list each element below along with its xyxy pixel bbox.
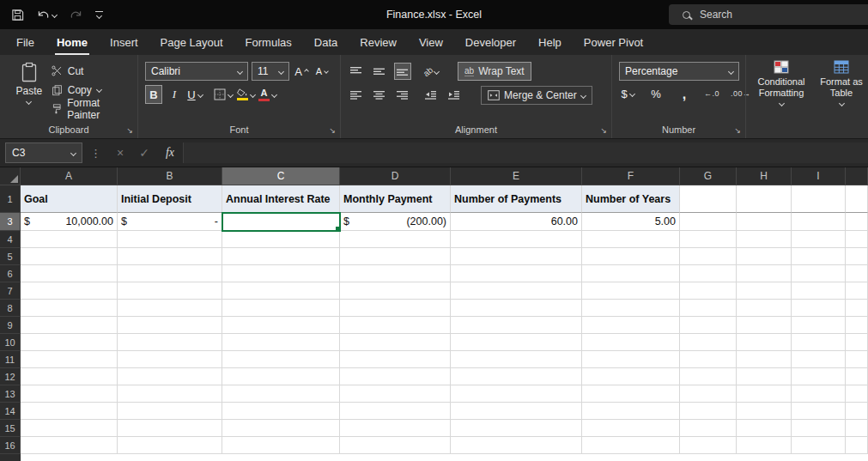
cell[interactable] bbox=[118, 248, 222, 265]
cell[interactable] bbox=[21, 437, 118, 454]
cell[interactable] bbox=[451, 317, 582, 334]
cell-j1[interactable] bbox=[846, 185, 868, 213]
cell-f3[interactable]: 5.00 bbox=[582, 213, 680, 231]
cell-a3[interactable]: $ 10,000.00 bbox=[21, 213, 118, 231]
cell[interactable] bbox=[680, 248, 737, 265]
cell[interactable] bbox=[118, 368, 222, 385]
undo-dropdown-icon[interactable] bbox=[52, 11, 58, 17]
cell[interactable] bbox=[340, 368, 451, 385]
cell[interactable] bbox=[737, 231, 792, 248]
row-header-14[interactable]: 14 bbox=[0, 403, 21, 420]
cell[interactable] bbox=[340, 351, 451, 368]
cell[interactable] bbox=[340, 334, 451, 351]
select-all-button[interactable] bbox=[0, 167, 21, 185]
cell[interactable] bbox=[846, 420, 868, 437]
cell[interactable] bbox=[21, 403, 118, 420]
cell[interactable] bbox=[118, 351, 222, 368]
row-header-13[interactable]: 13 bbox=[0, 385, 21, 403]
cell[interactable] bbox=[582, 265, 680, 282]
name-box-dropdown-icon[interactable] bbox=[70, 149, 76, 155]
cell[interactable] bbox=[21, 385, 118, 403]
redo-button[interactable] bbox=[70, 9, 82, 21]
save-button[interactable] bbox=[11, 9, 24, 21]
middle-align-button[interactable] bbox=[371, 63, 388, 80]
cell-a1[interactable]: Goal bbox=[21, 185, 118, 213]
cell[interactable] bbox=[582, 437, 680, 454]
cell-c3-selected[interactable] bbox=[222, 213, 340, 231]
column-header-e[interactable]: E bbox=[451, 167, 582, 185]
cell[interactable] bbox=[340, 300, 451, 317]
font-name-select[interactable]: Calibri bbox=[145, 62, 248, 81]
cell[interactable] bbox=[737, 351, 792, 368]
tab-page-layout[interactable]: Page Layout bbox=[149, 29, 234, 55]
cell[interactable] bbox=[222, 351, 340, 368]
cell[interactable] bbox=[340, 265, 451, 282]
cell[interactable] bbox=[222, 420, 340, 437]
cell[interactable] bbox=[792, 265, 846, 282]
cell[interactable] bbox=[21, 300, 118, 317]
cell[interactable] bbox=[792, 437, 846, 454]
tab-review[interactable]: Review bbox=[349, 29, 408, 55]
cell[interactable] bbox=[21, 334, 118, 351]
cell-i3[interactable] bbox=[792, 213, 846, 231]
column-header-partial[interactable] bbox=[846, 167, 868, 185]
cell[interactable] bbox=[582, 420, 680, 437]
cell[interactable] bbox=[680, 403, 737, 420]
accounting-dropdown-icon[interactable] bbox=[629, 90, 635, 96]
row-header-10[interactable]: 10 bbox=[0, 334, 21, 351]
cell[interactable] bbox=[118, 300, 222, 317]
cell[interactable] bbox=[846, 300, 868, 317]
percent-style-button[interactable]: % bbox=[647, 86, 665, 101]
align-center-button[interactable] bbox=[371, 87, 388, 104]
cell[interactable] bbox=[582, 334, 680, 351]
cell-f1[interactable]: Number of Years bbox=[582, 185, 680, 213]
cell[interactable] bbox=[222, 300, 340, 317]
bold-button[interactable]: B bbox=[145, 85, 162, 104]
cell-d3[interactable]: $ (200.00) bbox=[340, 213, 451, 231]
cell[interactable] bbox=[340, 282, 451, 300]
cell[interactable] bbox=[737, 317, 792, 334]
cell[interactable] bbox=[21, 248, 118, 265]
cell[interactable] bbox=[792, 420, 846, 437]
cell[interactable] bbox=[340, 437, 451, 454]
cell[interactable] bbox=[737, 265, 792, 282]
row-header-11[interactable]: 11 bbox=[0, 351, 21, 368]
cell-i1[interactable] bbox=[792, 185, 846, 213]
align-left-button[interactable] bbox=[348, 87, 365, 104]
cell[interactable] bbox=[846, 437, 868, 454]
font-dialog-launcher-icon[interactable]: ↘ bbox=[329, 127, 336, 135]
tab-view[interactable]: View bbox=[408, 29, 454, 55]
number-dialog-launcher-icon[interactable]: ↘ bbox=[734, 127, 741, 135]
cell[interactable] bbox=[21, 231, 118, 248]
cell[interactable] bbox=[340, 231, 451, 248]
cell[interactable] bbox=[340, 403, 451, 420]
tab-developer[interactable]: Developer bbox=[454, 29, 527, 55]
cell[interactable] bbox=[737, 385, 792, 403]
clipboard-dialog-launcher-icon[interactable]: ↘ bbox=[126, 127, 133, 135]
cell[interactable] bbox=[737, 334, 792, 351]
cell[interactable] bbox=[340, 385, 451, 403]
row-header-5[interactable]: 5 bbox=[0, 248, 21, 265]
merge-center-dropdown-icon[interactable] bbox=[580, 92, 586, 98]
fill-color-dropdown-icon[interactable] bbox=[250, 91, 256, 97]
column-header-a[interactable]: A bbox=[21, 167, 118, 185]
cell[interactable] bbox=[680, 420, 737, 437]
cell-e3[interactable]: 60.00 bbox=[451, 213, 582, 231]
borders-button[interactable] bbox=[214, 85, 233, 104]
cell[interactable] bbox=[582, 403, 680, 420]
cell-h1[interactable] bbox=[737, 185, 792, 213]
cell[interactable] bbox=[846, 231, 868, 248]
tab-insert[interactable]: Insert bbox=[99, 29, 149, 55]
cell[interactable] bbox=[451, 248, 582, 265]
cell[interactable] bbox=[222, 334, 340, 351]
merge-center-button[interactable]: Merge & Center bbox=[481, 86, 592, 105]
column-header-i[interactable]: I bbox=[792, 167, 846, 185]
cell-j3[interactable] bbox=[846, 213, 868, 231]
customize-quick-access-button[interactable] bbox=[95, 11, 103, 18]
bottom-align-button[interactable] bbox=[394, 63, 411, 80]
tab-help[interactable]: Help bbox=[527, 29, 573, 55]
cell[interactable] bbox=[118, 385, 222, 403]
cut-button[interactable]: Cut bbox=[52, 64, 132, 77]
row-header-6[interactable]: 6 bbox=[0, 265, 21, 282]
cell-b1[interactable]: Initial Deposit bbox=[118, 185, 222, 213]
